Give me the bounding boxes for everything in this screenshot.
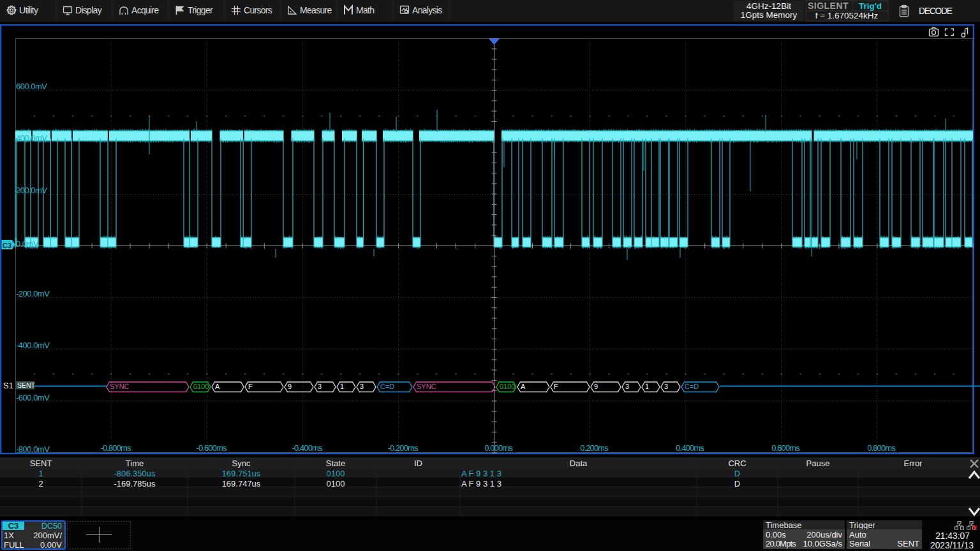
svg-text:-400.0mV: -400.0mV (16, 341, 50, 350)
svg-text:D: D (734, 469, 740, 478)
svg-text:10.0GSa/s: 10.0GSa/s (803, 539, 843, 548)
svg-text:3: 3 (664, 383, 668, 390)
svg-text:A: A (521, 383, 526, 390)
svg-text:DECODE: DECODE (919, 6, 953, 16)
svg-text:600.0mV: 600.0mV (16, 82, 47, 91)
svg-text:2: 2 (38, 479, 43, 489)
svg-text:Pause: Pause (806, 459, 830, 468)
svg-text:0100: 0100 (193, 383, 209, 390)
svg-text:3: 3 (318, 383, 322, 390)
svg-text:ID: ID (414, 459, 422, 468)
svg-text:0.0mV: 0.0mV (16, 239, 39, 249)
svg-text:-806.350us: -806.350us (114, 469, 156, 478)
svg-text:1Gpts Memory: 1Gpts Memory (741, 10, 798, 20)
svg-text:-0.400ms: -0.400ms (292, 443, 323, 453)
svg-text:Analysis: Analysis (412, 5, 442, 15)
svg-text:-0.600ms: -0.600ms (197, 443, 227, 453)
svg-text:2023/11/13: 2023/11/13 (930, 541, 974, 550)
svg-text:Time: Time (126, 459, 144, 468)
svg-text:f = 1.670524kHz: f = 1.670524kHz (815, 11, 879, 20)
svg-text:1: 1 (645, 383, 649, 390)
svg-text:0100: 0100 (327, 469, 345, 478)
svg-text:SENT: SENT (17, 381, 36, 389)
svg-text:-0.800ms: -0.800ms (101, 443, 131, 453)
svg-text:A: A (215, 383, 220, 390)
svg-text:C3: C3 (3, 242, 11, 249)
svg-text:Measure: Measure (300, 5, 332, 15)
svg-text:-200.0mV: -200.0mV (16, 289, 50, 298)
svg-text:169.747us: 169.747us (222, 479, 261, 489)
svg-text:0.00V: 0.00V (40, 540, 62, 550)
svg-text:3: 3 (360, 383, 364, 390)
svg-text:A F 9 3 1 3: A F 9 3 1 3 (461, 479, 501, 489)
svg-text:20.0Mpts: 20.0Mpts (766, 539, 796, 548)
svg-text:Sync: Sync (232, 459, 251, 468)
svg-text:200us/div: 200us/div (806, 530, 842, 540)
svg-text:200mV/: 200mV/ (33, 531, 62, 540)
svg-text:SYNC: SYNC (110, 383, 130, 390)
svg-text:S1: S1 (3, 381, 13, 390)
svg-text:0.400ms: 0.400ms (676, 443, 704, 453)
svg-text:4GHz-12Bit: 4GHz-12Bit (746, 1, 791, 11)
svg-text:Acquire: Acquire (131, 5, 159, 15)
svg-text:9: 9 (288, 383, 292, 390)
svg-text:Serial: Serial (849, 539, 870, 548)
svg-text:Trigger: Trigger (849, 520, 875, 530)
svg-text:1X: 1X (4, 531, 14, 540)
svg-text:Timebase: Timebase (766, 520, 802, 530)
svg-text:SIGLENT: SIGLENT (808, 1, 849, 11)
svg-text:0.000ms: 0.000ms (484, 443, 513, 453)
svg-text:CRC: CRC (728, 459, 746, 468)
svg-text:200.0mV: 200.0mV (16, 186, 47, 195)
svg-text:9: 9 (594, 383, 598, 390)
svg-text:21:43:07: 21:43:07 (935, 531, 970, 541)
svg-text:Trigger: Trigger (188, 5, 213, 15)
svg-text:0100: 0100 (500, 383, 515, 390)
svg-text:Data: Data (570, 459, 588, 468)
svg-text:-800.0mV: -800.0mV (16, 444, 50, 454)
svg-text:D: D (734, 479, 740, 489)
svg-text:Utility: Utility (19, 5, 38, 15)
svg-text:SENT: SENT (30, 459, 52, 468)
svg-text:F: F (248, 383, 253, 390)
svg-text:0100: 0100 (327, 479, 345, 489)
svg-text:SYNC: SYNC (417, 383, 436, 390)
svg-text:State: State (326, 459, 345, 468)
svg-text:Math: Math (356, 5, 374, 15)
svg-text:1: 1 (340, 383, 344, 390)
svg-text:0.600ms: 0.600ms (771, 443, 800, 453)
svg-text:3: 3 (625, 383, 629, 390)
svg-text:DC50: DC50 (41, 522, 62, 531)
svg-text:Error: Error (904, 459, 923, 468)
svg-text:SENT: SENT (897, 539, 919, 548)
svg-text:169.751us: 169.751us (222, 469, 261, 478)
svg-text:A F 9 3 1 3: A F 9 3 1 3 (461, 469, 501, 478)
svg-text:Display: Display (75, 5, 102, 15)
svg-text:Trig'd: Trig'd (859, 1, 882, 11)
svg-text:F: F (554, 383, 558, 390)
svg-text:-600.0mV: -600.0mV (16, 393, 50, 402)
svg-text:Auto: Auto (849, 530, 866, 540)
svg-text:0.200ms: 0.200ms (580, 443, 609, 453)
svg-text:C3: C3 (8, 521, 19, 531)
svg-text:-0.200ms: -0.200ms (388, 443, 419, 453)
svg-text:1: 1 (38, 469, 43, 478)
svg-text:C=D: C=D (685, 383, 699, 390)
svg-text:C=D: C=D (380, 383, 394, 390)
svg-text:FULL: FULL (4, 540, 24, 550)
svg-text:400.0mV: 400.0mV (16, 133, 47, 143)
svg-text:-169.785us: -169.785us (114, 479, 156, 489)
svg-text:0.800ms: 0.800ms (867, 443, 896, 453)
svg-text:0.00s: 0.00s (766, 530, 786, 540)
svg-text:Cursors: Cursors (244, 5, 272, 15)
